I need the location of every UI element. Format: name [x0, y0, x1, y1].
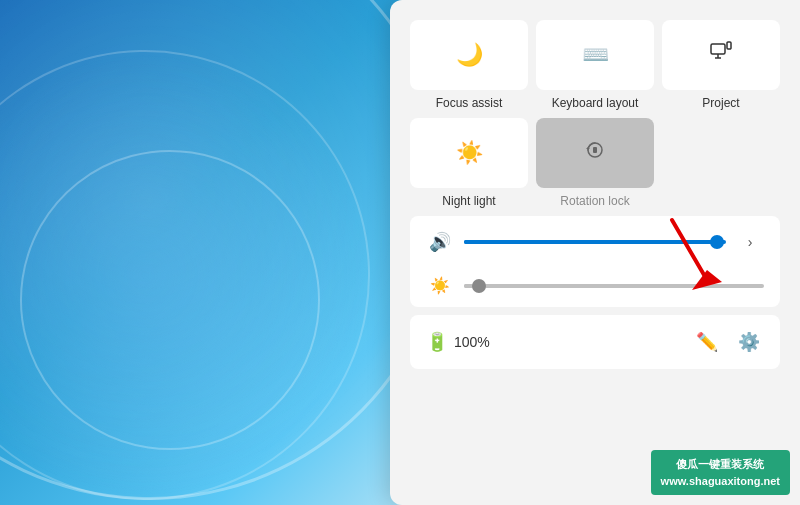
- watermark-line2: www.shaguaxitong.net: [661, 473, 780, 490]
- svg-rect-6: [593, 147, 597, 153]
- project-button[interactable]: [662, 20, 780, 90]
- volume-thumb[interactable]: [710, 235, 724, 249]
- project-icon: [710, 41, 732, 69]
- pencil-icon: ✏️: [696, 332, 718, 352]
- toggle-item-night-light: ☀️ Night light: [410, 118, 528, 208]
- quick-settings-panel: 🌙 Focus assist ⌨️ Keyboard layout: [390, 0, 800, 505]
- volume-slider-track[interactable]: [464, 240, 726, 244]
- volume-fill: [464, 240, 705, 244]
- crescent-moon-icon: 🌙: [456, 42, 483, 68]
- sliders-section: 🔊 › ☀️: [410, 216, 780, 307]
- focus-assist-button[interactable]: 🌙: [410, 20, 528, 90]
- focus-assist-label: Focus assist: [436, 96, 503, 110]
- bottom-actions: ✏️ ⚙️: [692, 327, 764, 357]
- svg-rect-0: [711, 44, 725, 54]
- volume-icon: 🔊: [426, 231, 454, 253]
- night-light-button[interactable]: ☀️: [410, 118, 528, 188]
- keyboard-layout-button[interactable]: ⌨️: [536, 20, 654, 90]
- volume-slider-row: 🔊 ›: [426, 228, 764, 256]
- brightness-slider-track[interactable]: [464, 284, 764, 288]
- rotation-lock-label: Rotation lock: [560, 194, 629, 208]
- battery-icon: 🔋: [426, 331, 448, 353]
- quick-toggles-grid: 🌙 Focus assist ⌨️ Keyboard layout: [410, 20, 780, 208]
- battery-info: 🔋 100%: [426, 331, 490, 353]
- rotation-lock-button[interactable]: [536, 118, 654, 188]
- rotation-lock-icon: [584, 139, 606, 167]
- watermark-line1: 傻瓜一键重装系统: [661, 456, 780, 473]
- toggle-item-project: Project: [662, 20, 780, 110]
- edit-button[interactable]: ✏️: [692, 327, 722, 357]
- volume-expand-button[interactable]: ›: [736, 228, 764, 256]
- gear-icon: ⚙️: [738, 332, 760, 352]
- battery-percentage: 100%: [454, 334, 490, 350]
- toggle-item-rotation-lock: Rotation lock: [536, 118, 654, 208]
- night-light-label: Night light: [442, 194, 495, 208]
- svg-marker-5: [586, 147, 590, 149]
- brightness-thumb[interactable]: [472, 279, 486, 293]
- watermark: 傻瓜一键重装系统 www.shaguaxitong.net: [651, 450, 790, 495]
- brightness-slider-row: ☀️: [426, 276, 764, 295]
- keyboard-layout-label: Keyboard layout: [552, 96, 639, 110]
- toggle-item-focus-assist: 🌙 Focus assist: [410, 20, 528, 110]
- sun-icon: ☀️: [456, 140, 483, 166]
- chevron-right-icon: ›: [748, 234, 753, 250]
- svg-rect-1: [727, 42, 731, 49]
- toggle-item-keyboard-layout: ⌨️ Keyboard layout: [536, 20, 654, 110]
- bottom-bar: 🔋 100% ✏️ ⚙️: [410, 315, 780, 369]
- settings-button[interactable]: ⚙️: [734, 327, 764, 357]
- brightness-icon: ☀️: [426, 276, 454, 295]
- keyboard-icon: ⌨️: [582, 42, 609, 68]
- project-label: Project: [702, 96, 739, 110]
